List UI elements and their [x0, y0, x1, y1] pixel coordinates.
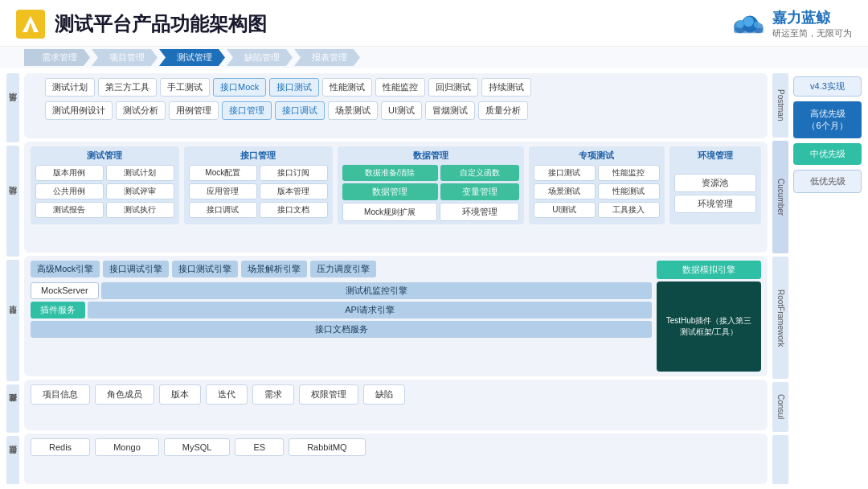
chip-quality: 质量分析: [478, 101, 528, 120]
engine-right-area: 数据模拟引擎 TestHub插件（接入第三测试框架/工具）: [657, 261, 761, 372]
svg-point-6: [736, 20, 744, 28]
engine-mid-row: MockServer 测试机监控引擎: [31, 282, 652, 299]
chip-test-plan: 测试计划: [45, 78, 95, 97]
engine-doc-row: 接口文档服务: [31, 321, 652, 338]
chip-scene-test: 场景测试: [328, 101, 378, 120]
page-title: 测试平台产品功能架构图: [55, 11, 267, 37]
chip-test-report: 测试报告: [35, 202, 104, 218]
chip-smoke-test: 冒烟测试: [425, 101, 475, 120]
chip-spec-perf: 性能监控: [598, 165, 660, 181]
engine-bot-row: 插件服务 API请求引擎: [31, 302, 652, 318]
left-label-data: 数据层: [6, 436, 19, 484]
chip-app-mgmt: 应用管理: [189, 183, 257, 199]
chip-spec-scene: 场景测试: [534, 183, 596, 199]
chip-perf-test: 性能测试: [322, 78, 372, 97]
brand-logo: 嘉力蓝鲸 研运至简，无限可为: [727, 8, 852, 39]
nav-arrow-5[interactable]: 报表管理: [294, 49, 360, 66]
data-row: Redis Mongo MySQL ES RabbitMQ: [31, 438, 761, 456]
priority-mid: 中优先级: [793, 143, 862, 165]
func-data-bot: Mock规则扩展 环境管理: [342, 203, 519, 221]
func-env-chips: 资源池 环境管理: [674, 165, 756, 221]
func-group-spec-test: 专项测试 接口测试 性能监控 场景测试 性能测试 UI测试 工具接入: [529, 146, 665, 224]
nav-arrow-1[interactable]: 需求管理: [24, 49, 90, 66]
func-group-test-title: 测试管理: [35, 150, 174, 162]
brand-text: 嘉力蓝鲸 研运至简，无限可为: [772, 8, 852, 39]
chip-version-mgmt: 版本管理: [260, 183, 328, 199]
chip-version-case: 版本用例: [35, 165, 104, 181]
chip-api-debug-f: 接口调试: [189, 202, 257, 218]
chip-spec-perftest: 性能测试: [598, 183, 660, 199]
chip-spec-ui: UI测试: [534, 202, 596, 218]
nav-arrow-3[interactable]: 测试管理: [159, 49, 225, 66]
chip-api-test: 接口测试: [269, 78, 319, 97]
support-layer: 项目信息 角色成员 版本 迭代 需求 权限管理 缺陷: [24, 380, 768, 430]
header: 测试平台产品功能架构图 嘉力蓝鲸 研运至简，无限可为: [0, 0, 868, 47]
chip-auth-mgmt: 权限管理: [299, 384, 358, 405]
nav-arrow-2[interactable]: 项目管理: [92, 49, 158, 66]
chip-role-member: 角色成员: [95, 384, 154, 405]
priority-version: v4.3实现: [793, 76, 862, 97]
chip-testhub: TestHub插件（接入第三测试框架/工具）: [657, 281, 761, 372]
chip-stress-engine: 压力调度引擎: [310, 261, 376, 277]
engine-left-area: 高级Mock引擎 接口调试引擎 接口测试引擎 场景解析引擎 压力调度引擎 Moc…: [31, 261, 652, 372]
function-groups: 测试管理 版本用例 测试计划 公共用例 测试评审 测试报告 测试执行 接口管理: [31, 146, 761, 224]
chip-monitor-engine: 测试机监控引擎: [101, 282, 652, 299]
chip-api-subscribe: 接口订阅: [260, 165, 328, 181]
func-group-test-grid: 版本用例 测试计划 公共用例 测试评审 测试报告 测试执行: [35, 165, 174, 218]
chip-tool-access: 工具接入: [598, 202, 660, 218]
func-group-env-mgmt: 环境管理 资源池 环境管理: [669, 146, 761, 224]
chip-scene-engine: 场景解析引擎: [241, 261, 307, 277]
header-left: 测试平台产品功能架构图: [16, 10, 267, 39]
chip-data-simulate: 数据模拟引擎: [657, 261, 761, 279]
nav-arrow-4[interactable]: 缺陷管理: [227, 49, 293, 66]
chip-project-info: 项目信息: [31, 384, 90, 405]
svg-rect-0: [16, 10, 45, 39]
left-label-engine: 引擎层: [6, 260, 19, 381]
chip-common-case: 公共用例: [35, 183, 104, 199]
priority-high: 高优先级 （6个月）: [793, 101, 862, 138]
brand-name: 嘉力蓝鲸: [772, 8, 830, 27]
chip-api-doc-service: 接口文档服务: [31, 321, 652, 338]
chip-mongo: Mongo: [95, 438, 159, 456]
priority-panel: v4.3实现 高优先级 （6个月） 中优先级 低优先级: [793, 73, 862, 484]
scene-content: 测试计划 第三方工具 手工测试 接口Mock 接口测试 性能测试 性能监控 回归…: [45, 78, 761, 122]
chip-mockserver: MockServer: [31, 282, 99, 299]
left-labels: 场景层 功能层 引擎层 基础支撑 数据层: [6, 73, 19, 484]
support-row: 项目信息 角色成员 版本 迭代 需求 权限管理 缺陷: [31, 384, 761, 405]
chip-mock-config: Mock配置: [189, 165, 257, 181]
main-area: 场景层 功能层 引擎层 基础支撑 数据层 测试计划 第三方工具 手工测试 接口M…: [0, 68, 868, 489]
chip-continuous: 持续测试: [481, 78, 531, 97]
diagram: 测试计划 第三方工具 手工测试 接口Mock 接口测试 性能测试 性能监控 回归…: [24, 73, 768, 484]
chip-api-debug: 接口调试: [275, 101, 325, 120]
chip-test-review: 测试评审: [106, 183, 174, 199]
chip-third-party: 第三方工具: [98, 78, 157, 97]
right-label-consul: Consul: [772, 382, 788, 431]
right-label-postman: Postman: [772, 73, 788, 138]
chip-redis: Redis: [31, 438, 90, 456]
chip-defect: 缺陷: [363, 384, 405, 405]
header-right: 嘉力蓝鲸 研运至简，无限可为: [727, 8, 852, 39]
svg-point-8: [754, 21, 760, 27]
chip-test-analysis: 测试分析: [116, 101, 166, 120]
right-labels: Postman Cucumber RootFramework Consul: [772, 73, 788, 484]
func-group-spec-grid: 接口测试 性能监控 场景测试 性能测试 UI测试 工具接入: [534, 165, 660, 218]
func-data-top: 数据准备/清除 自定义函数: [342, 165, 519, 181]
chip-version-s: 版本: [159, 384, 201, 405]
chip-var-mgmt: 变量管理: [440, 183, 519, 200]
chip-es: ES: [235, 438, 284, 456]
func-group-test-mgmt: 测试管理 版本用例 测试计划 公共用例 测试评审 测试报告 测试执行: [31, 146, 179, 224]
left-label-function: 功能层: [6, 146, 19, 257]
chip-rabbitmq: RabbitMQ: [289, 438, 366, 456]
chip-api-doc: 接口文档: [260, 202, 328, 218]
chip-data-prepare: 数据准备/清除: [342, 165, 438, 181]
logo-icon: [16, 10, 45, 39]
svg-point-7: [743, 16, 754, 27]
chip-api-mgmt: 接口管理: [222, 101, 272, 120]
left-label-support: 基础支撑: [6, 384, 19, 433]
engine-layer: 高级Mock引擎 接口调试引擎 接口测试引擎 场景解析引擎 压力调度引擎 Moc…: [24, 256, 768, 376]
chip-test-exec: 测试执行: [106, 202, 174, 218]
chip-api-test-engine: 接口测试引擎: [172, 261, 238, 277]
function-layer: 测试管理 版本用例 测试计划 公共用例 测试评审 测试报告 测试执行 接口管理: [24, 142, 768, 253]
func-group-env-title: 环境管理: [674, 150, 756, 162]
scene-layer: 测试计划 第三方工具 手工测试 接口Mock 接口测试 性能测试 性能监控 回归…: [24, 73, 768, 138]
